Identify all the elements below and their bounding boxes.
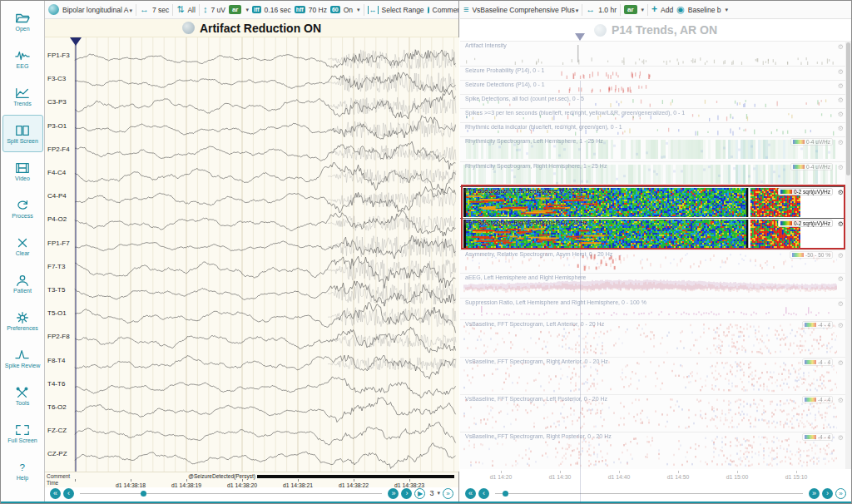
- select-range-button[interactable]: Select Range: [382, 6, 424, 14]
- chevron-down-icon[interactable]: ▾: [245, 7, 249, 13]
- trend-window-value[interactable]: 1.0 hr: [598, 6, 617, 14]
- eeg-title: Artifact Reduction ON: [200, 22, 321, 35]
- sidebar-item-video[interactable]: Video: [2, 152, 43, 190]
- chevron-down-icon[interactable]: ▾: [357, 7, 360, 13]
- trend-cursor-line: [580, 81, 581, 504]
- timebase-value[interactable]: 7 sec: [152, 6, 169, 14]
- lff-chip[interactable]: lff: [252, 6, 261, 13]
- channel-label-cz-pz: CZ-PZ: [47, 450, 67, 457]
- artifact-reduction-button[interactable]: ar: [229, 5, 242, 14]
- notch-value[interactable]: On: [344, 6, 353, 14]
- sidebar-item-patient[interactable]: Patient: [2, 264, 43, 302]
- video-icon: [15, 160, 30, 175]
- gear-icon[interactable]: ⚙: [838, 300, 844, 308]
- scrollbar-thumb[interactable]: [846, 42, 850, 175]
- trend-ar-button[interactable]: ar: [624, 5, 637, 14]
- trend-row-label: VsBaseline, FFT Spectrogram, Right Anter…: [465, 358, 608, 364]
- gear-icon[interactable]: ⚙: [838, 43, 844, 51]
- trend-fast-forward-button[interactable]: ›: [822, 488, 833, 499]
- gear-icon[interactable]: ⚙: [838, 397, 844, 404]
- sidebar-item-label: Clear: [16, 250, 30, 257]
- comment-button[interactable]: Comment: [433, 6, 458, 14]
- gear-icon[interactable]: ⚙: [838, 189, 844, 196]
- channels-value[interactable]: All: [187, 6, 195, 14]
- window-accent-line: [1, 502, 851, 503]
- first-page-button[interactable]: «: [50, 488, 61, 499]
- trend-prev-button[interactable]: ‹: [478, 488, 489, 499]
- gear-icon[interactable]: ⚙: [838, 164, 844, 171]
- montage-select[interactable]: Bipolar longitudinal A▾: [62, 6, 132, 14]
- gear-icon[interactable]: ⚙: [838, 220, 844, 228]
- gear-icon[interactable]: ⚙: [838, 275, 844, 283]
- colorbar-icon: [805, 360, 816, 364]
- sidebar-item-process[interactable]: Process: [2, 190, 43, 227]
- trend-next-button[interactable]: »: [809, 488, 820, 499]
- timestamp-label: d1 14:50: [667, 474, 689, 480]
- chevron-down-icon: ▾: [129, 7, 132, 13]
- sidebar-item-open[interactable]: Open: [2, 2, 43, 40]
- hff-value[interactable]: 70 Hz: [309, 6, 327, 14]
- sidebar-item-label: Spike Review: [5, 363, 40, 369]
- trend-plot[interactable]: [463, 42, 837, 65]
- gear-icon[interactable]: ⚙: [838, 139, 844, 146]
- eeg-panel: Bipolar longitudinal A▾ ↔ 7 sec ⇅ All ↕ …: [45, 1, 459, 502]
- chevron-down-icon[interactable]: ▾: [641, 7, 645, 13]
- sidebar-item-tools[interactable]: Tools: [2, 377, 43, 414]
- prev-page-button[interactable]: ‹: [63, 488, 74, 499]
- sidebar-item-preferences[interactable]: Preferences: [2, 302, 43, 339]
- trend-last-button[interactable]: »: [835, 488, 846, 499]
- notch-chip[interactable]: 60: [330, 6, 340, 13]
- add-trend-button[interactable]: Add: [661, 6, 673, 14]
- full-screen-icon: [15, 422, 30, 437]
- slider-thumb[interactable]: [141, 491, 146, 497]
- clear-icon: [15, 235, 30, 250]
- lff-value[interactable]: 0.16 sec: [265, 6, 291, 14]
- sidebar-item-spike-review[interactable]: Spike Review: [2, 339, 43, 377]
- sensitivity-value[interactable]: 7 uV: [211, 6, 225, 14]
- next-page-button[interactable]: »: [388, 488, 399, 499]
- last-page-button[interactable]: »: [443, 488, 453, 499]
- timebase-icon: ↔: [140, 5, 149, 14]
- fast-forward-button[interactable]: ›: [401, 488, 412, 499]
- trend-first-button[interactable]: «: [465, 488, 476, 499]
- menu-icon[interactable]: ≡: [463, 5, 468, 14]
- gear-icon[interactable]: ⚙: [838, 96, 844, 104]
- timestamp-label: d1 14:30: [549, 474, 571, 480]
- separator: [199, 4, 200, 16]
- sidebar-item-trends[interactable]: Trends: [2, 77, 43, 115]
- channel-label-c4-p4: C4-P4: [47, 192, 67, 200]
- colorbar-icon: [805, 398, 816, 402]
- trend-scrollbar[interactable]: [845, 41, 851, 469]
- colorbar-icon: [793, 165, 805, 169]
- colorbar-icon: [792, 253, 804, 257]
- sidebar-item-eeg[interactable]: EEG: [2, 40, 43, 77]
- colorbar-icon: [793, 140, 805, 144]
- gear-icon[interactable]: ⚙: [838, 111, 844, 118]
- trend-position-slider[interactable]: [495, 488, 803, 499]
- sidebar-item-clear[interactable]: Clear: [2, 227, 43, 264]
- trend-preset-select[interactable]: VsBaseline Comprehensive Plus▾: [472, 6, 578, 14]
- gear-icon[interactable]: ⚙: [838, 359, 844, 367]
- time-tick: [501, 471, 502, 473]
- sidebar-item-help[interactable]: ?Help: [2, 452, 43, 489]
- time-row-label: Time: [47, 480, 58, 486]
- sidebar-item-full-screen[interactable]: Full Screen: [2, 414, 43, 452]
- channel-label-f4-c4: F4-C4: [47, 169, 66, 176]
- eeg-position-slider[interactable]: [80, 488, 382, 499]
- slider-thumb[interactable]: [503, 491, 508, 497]
- eeg-traces[interactable]: [45, 37, 459, 472]
- gear-icon[interactable]: ⚙: [838, 252, 844, 259]
- gear-icon[interactable]: ⚙: [838, 68, 844, 76]
- page-speed-value[interactable]: 3: [429, 489, 433, 497]
- play-button[interactable]: ▶: [414, 488, 425, 499]
- eeg-trace-area[interactable]: FP1-F3F3-C3C3-P3P3-O1FP2-F4F4-C4C4-P4P4-…: [45, 37, 459, 472]
- gear-icon[interactable]: ⚙: [838, 82, 844, 90]
- gear-icon[interactable]: ⚙: [838, 434, 844, 442]
- hff-chip[interactable]: hff: [295, 6, 305, 13]
- gear-icon[interactable]: ⚙: [838, 322, 844, 329]
- persyst-logo-icon[interactable]: [48, 4, 59, 15]
- gear-icon[interactable]: ⚙: [838, 125, 844, 132]
- baseline-select[interactable]: Baseline b: [688, 6, 721, 14]
- sidebar-item-split-screen[interactable]: Split Screen: [2, 115, 43, 152]
- chevron-down-icon[interactable]: ▾: [437, 490, 440, 497]
